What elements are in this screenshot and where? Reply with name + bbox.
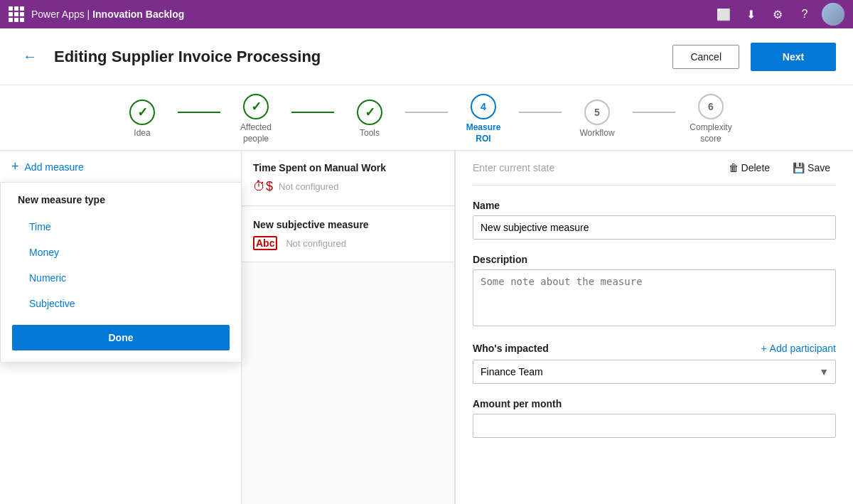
step-idea[interactable]: ✓ Idea [107,100,178,139]
dropdown-option-subjective[interactable]: Subjective [1,291,241,316]
step-label-idea: Idea [134,128,150,139]
plus-icon: + [11,159,19,174]
connector-1-2 [178,112,220,113]
dropdown-option-time[interactable]: Time [1,214,241,240]
name-label: Name [473,200,836,211]
amount-field-group: Amount per month [473,398,836,438]
plus-participant-icon: + [761,343,766,354]
page-title: Editing Supplier Invoice Processing [54,48,661,66]
left-panel: + Add measure Sug Tim Mo Nu Sub New meas… [0,151,242,504]
description-input[interactable] [473,269,836,326]
measure-type-dropdown: New measure type Time Money Numeric Subj… [0,182,242,363]
right-header: Enter current state 🗑 Delete 💾 Save [473,151,836,186]
abc-icon: Abc [253,236,277,250]
dropdown-done-button[interactable]: Done [12,325,230,350]
add-participant-label: Add participant [770,343,836,354]
measure-card-title-1: Time Spent on Manual Work [253,162,443,173]
description-field-group: Description [473,254,836,328]
save-icon: 💾 [793,162,805,173]
save-label: Save [808,162,830,173]
dropdown-option-money[interactable]: Money [1,240,241,265]
stepper: ✓ Idea ✓ Affectedpeople ✓ Tools 4 Measur… [0,85,853,151]
grid-icon[interactable] [9,6,24,22]
name-field-group: Name [473,200,836,240]
step-label-affected: Affectedpeople [240,122,272,144]
step-label-workflow: Workflow [579,128,614,139]
name-input[interactable] [473,215,836,240]
topbar-separator: | [87,9,93,20]
help-icon[interactable]: ? [795,4,815,24]
participant-select-wrapper: Finance Team ▼ [473,360,836,384]
checkmark-icon: ✓ [137,104,148,120]
right-actions: 🗑 Delete 💾 Save [723,159,836,176]
whos-impacted-group: Who's impacted + Add participant Finance… [473,343,836,384]
download-icon[interactable]: ⬇ [741,4,761,24]
trash-icon: 🗑 [729,162,739,173]
step-measure-roi[interactable]: 4 MeasureROI [448,94,519,144]
topbar-title: Power Apps | Innovation Backlog [31,9,184,20]
whos-impacted-header: Who's impacted + Add participant [473,343,836,354]
add-participant-button[interactable]: + Add participant [761,343,836,354]
step-label-measure: MeasureROI [466,122,501,144]
step-circle-idea: ✓ [129,100,155,125]
back-button[interactable]: ← [17,44,43,70]
amount-label: Amount per month [473,398,836,409]
settings-icon[interactable]: ⚙ [768,4,788,24]
next-button[interactable]: Next [751,43,836,71]
delete-button[interactable]: 🗑 Delete [723,159,776,176]
step-affected-people[interactable]: ✓ Affectedpeople [220,94,291,144]
measure-card-time[interactable]: Time Spent on Manual Work ⏱$ Not configu… [242,151,454,206]
checkmark-icon-2: ✓ [251,99,262,114]
checkmark-icon-3: ✓ [365,104,375,120]
delete-label: Delete [741,162,770,173]
measure-card-status-1: ⏱$ Not configured [253,179,443,194]
main-content: + Add measure Sug Tim Mo Nu Sub New meas… [0,151,853,504]
enter-state-placeholder: Enter current state [473,162,723,173]
step-complexity[interactable]: 6 Complexityscore [675,94,746,144]
participant-select[interactable]: Finance Team [473,360,836,384]
page-header: ← Editing Supplier Invoice Processing Ca… [0,28,853,85]
step-tools[interactable]: ✓ Tools [334,100,405,139]
step-label-complexity: Complexityscore [690,122,731,144]
topbar: Power Apps | Innovation Backlog ⬜ ⬇ ⚙ ? [0,0,853,28]
project-name: Innovation Backlog [92,9,184,20]
step-circle-measure: 4 [471,94,496,119]
cancel-button[interactable]: Cancel [672,45,739,69]
time-money-icon: ⏱$ [253,179,273,194]
measure-card-subjective[interactable]: New subjective measure Abc Not configure… [242,208,454,262]
dropdown-title: New measure type [1,194,241,214]
amount-input[interactable] [473,414,836,438]
step-circle-tools: ✓ [357,100,382,125]
dropdown-option-numeric[interactable]: Numeric [1,265,241,291]
avatar[interactable] [822,3,844,26]
step-circle-complexity: 6 [698,94,724,119]
description-label: Description [473,254,836,265]
connector-3-4 [405,112,448,113]
measure-card-status-2: Abc Not configured [253,236,443,250]
middle-panel: Time Spent on Manual Work ⏱$ Not configu… [242,151,455,504]
app-name: Power Apps [31,9,85,20]
step-circle-workflow: 5 [584,100,610,125]
whos-impacted-label: Who's impacted [473,343,761,354]
step-circle-affected: ✓ [243,94,269,119]
save-button[interactable]: 💾 Save [787,159,836,176]
right-panel: Enter current state 🗑 Delete 💾 Save Name… [455,151,853,504]
step-label-tools: Tools [360,128,380,139]
add-measure-label: Add measure [25,161,84,173]
measure-card-title-2: New subjective measure [253,219,443,230]
connector-4-5 [519,112,562,113]
connector-2-3 [291,112,334,113]
connector-5-6 [633,112,675,113]
step-workflow[interactable]: 5 Workflow [562,100,633,139]
screen-icon[interactable]: ⬜ [714,4,734,24]
add-measure-button[interactable]: + Add measure [0,151,241,183]
